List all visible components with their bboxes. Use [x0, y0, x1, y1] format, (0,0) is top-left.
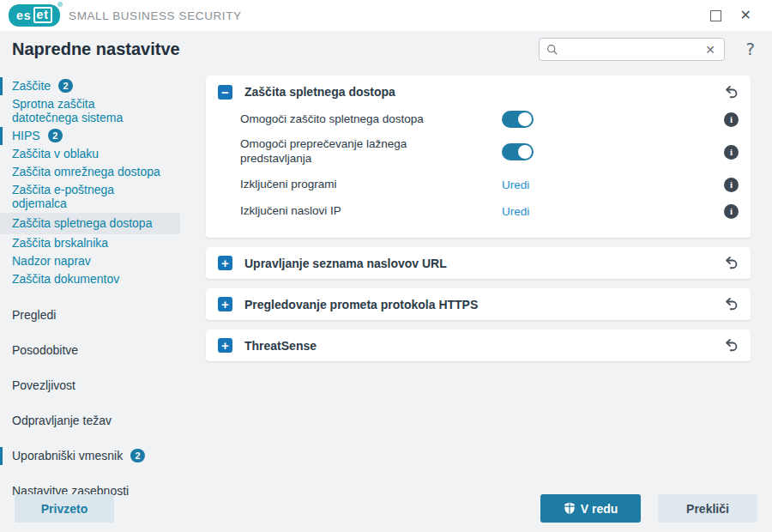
section-zascita-spletnega-dostopa: − Zaščita spletnega dostopa Omogoči zašč… — [206, 76, 751, 238]
help-icon[interactable]: ? — [745, 39, 755, 59]
expand-icon[interactable]: + — [218, 338, 232, 353]
cancel-button-label: Prekliči — [686, 502, 729, 516]
sidebar-item-label: Odpravljanje težav — [12, 414, 112, 427]
edit-link[interactable]: Uredi — [502, 178, 529, 191]
sidebar-item-zascite[interactable]: Zaščite2 — [0, 77, 197, 95]
sidebar-item-label: Zaščita spletnega dostopa — [12, 216, 152, 230]
search-box[interactable]: ✕ — [539, 38, 725, 61]
sidebar: Zaščite2 Sprotna zaščita datotečnega sis… — [0, 77, 197, 500]
sidebar-item-label: Pregledi — [12, 308, 56, 322]
revert-icon[interactable] — [723, 84, 739, 100]
sidebar-item-label: Zaščita omrežnega dostopa — [12, 165, 160, 178]
section-header: + Pregledovanje prometa protokola HTTPS — [206, 288, 751, 320]
section-body: Omogoči zaščito spletnega dostopa Omogoč… — [206, 108, 751, 238]
revert-icon[interactable] — [723, 297, 739, 312]
eset-logo: eset — [9, 4, 60, 27]
sidebar-item-label: Zaščita dokumentov — [12, 272, 119, 286]
attention-badge: 2 — [58, 79, 73, 93]
setting-row-izkljuceni-programi: Izključeni programi Uredi — [240, 173, 739, 196]
info-icon[interactable] — [724, 112, 739, 127]
sidebar-item-povezljivost[interactable]: Povezljivost — [0, 377, 197, 395]
ok-button-label: V redu — [581, 502, 618, 516]
sidebar-item-nadzor-naprav[interactable]: Nadzor naprav — [0, 252, 197, 270]
info-icon[interactable] — [724, 178, 739, 192]
sidebar-item-label: Zaščita e-poštnega odjemalca — [12, 183, 114, 210]
ok-button[interactable]: V redu — [540, 494, 641, 523]
eset-logo-boxed-text: et — [33, 7, 52, 23]
sidebar-item-label: Zaščite — [12, 79, 51, 93]
section-header: + Upravljanje seznama naslovov URL — [206, 247, 751, 279]
toggle-on[interactable] — [502, 111, 534, 128]
setting-label: Izključeni naslovi IP — [240, 204, 502, 219]
setting-row-izkljuceni-naslovi-ip: Izključeni naslovi IP Uredi — [240, 200, 739, 222]
expand-icon[interactable]: + — [218, 297, 232, 311]
uac-shield-icon — [564, 502, 576, 515]
setting-row-preprecevanje-laznega: Omogoči preprečevanje lažnega predstavlj… — [240, 135, 739, 169]
close-icon[interactable]: ✕ — [740, 9, 751, 22]
sidebar-item-label: HIPS — [12, 129, 40, 142]
sidebar-item-label: Zaščita v oblaku — [12, 147, 99, 160]
revert-icon[interactable] — [723, 338, 739, 354]
attention-badge: 2 — [130, 449, 145, 462]
section-title: Pregledovanje prometa protokola HTTPS — [244, 298, 478, 311]
setting-label: Omogoči preprečevanje lažnega predstavlj… — [240, 137, 502, 166]
sidebar-item-label: Zaščita brskalnika — [12, 236, 108, 250]
sidebar-item-label: Povezljivost — [12, 378, 75, 392]
default-button[interactable]: Privzeto — [15, 494, 114, 523]
sidebar-item-sprotna-zascita[interactable]: Sprotna zaščita datotečnega sistema — [0, 95, 197, 127]
cancel-button[interactable]: Prekliči — [658, 494, 757, 523]
sidebar-item-zascita-dokumentov[interactable]: Zaščita dokumentov — [0, 270, 197, 288]
toggle-knob — [518, 112, 532, 126]
sidebar-item-zascita-epostnega-odjemalca[interactable]: Zaščita e-poštnega odjemalca — [0, 181, 197, 213]
maximize-icon[interactable] — [710, 10, 721, 21]
info-icon[interactable] — [724, 145, 739, 160]
section-title: ThreatSense — [244, 339, 317, 353]
search-icon — [546, 44, 558, 56]
sidebar-item-label: Sprotna zaščita datotečnega sistema — [12, 97, 123, 124]
sidebar-item-label: Posodobitve — [12, 343, 78, 357]
section-title: Zaščita spletnega dostopa — [244, 85, 395, 99]
expand-icon[interactable]: + — [218, 256, 232, 270]
page-title: Napredne nastavitve — [12, 39, 180, 59]
setting-row-omogoci-zascito: Omogoči zaščito spletnega dostopa — [240, 108, 739, 130]
sidebar-item-zascita-spletnega-dostopa[interactable]: Zaščita spletnega dostopa — [0, 213, 180, 234]
toggle-on[interactable] — [502, 143, 534, 160]
toggle-knob — [518, 145, 532, 159]
search-clear-icon[interactable]: ✕ — [703, 43, 717, 57]
sidebar-item-zascita-v-oblaku[interactable]: Zaščita v oblaku — [0, 145, 197, 163]
section-title: Upravljanje seznama naslovov URL — [244, 257, 447, 270]
sidebar-item-odpravljanje-tezav[interactable]: Odpravljanje težav — [0, 412, 197, 430]
product-name: SMALL BUSINESS SECURITY — [69, 9, 242, 22]
sidebar-item-label: Nadzor naprav — [12, 254, 91, 268]
settings-content: − Zaščita spletnega dostopa Omogoči zašč… — [206, 76, 751, 371]
setting-label: Omogoči zaščito spletnega dostopa — [240, 112, 502, 127]
sidebar-item-label: Uporabniški vmesnik — [12, 449, 123, 462]
section-header: − Zaščita spletnega dostopa — [206, 76, 751, 108]
sidebar-item-zascita-omreznega-dostopa[interactable]: Zaščita omrežnega dostopa — [0, 163, 197, 181]
section-upravljanje-url: + Upravljanje seznama naslovov URL — [206, 247, 751, 279]
window-controls: ✕ — [710, 9, 772, 22]
registered-mark-dot — [57, 2, 63, 7]
setting-label: Izključeni programi — [240, 178, 502, 192]
sidebar-item-posodobitve[interactable]: Posodobitve — [0, 342, 197, 360]
app-window: eset SMALL BUSINESS SECURITY ✕ Napredne … — [0, 0, 772, 532]
section-pregledovanje-https: + Pregledovanje prometa protokola HTTPS — [206, 288, 751, 320]
sidebar-item-uporabniski-vmesnik[interactable]: Uporabniški vmesnik2 — [0, 447, 197, 465]
default-button-label: Privzeto — [41, 502, 87, 516]
collapse-icon[interactable]: − — [218, 85, 232, 100]
eset-logo-text: es — [16, 9, 32, 21]
edit-link[interactable]: Uredi — [502, 205, 529, 218]
section-threatsense: + ThreatSense — [206, 329, 751, 361]
sidebar-item-hips[interactable]: HIPS2 — [0, 127, 197, 145]
sidebar-item-pregledi[interactable]: Pregledi — [0, 306, 197, 324]
titlebar: eset SMALL BUSINESS SECURITY ✕ — [0, 0, 772, 31]
revert-icon[interactable] — [723, 256, 739, 271]
info-icon[interactable] — [724, 204, 739, 219]
search-input[interactable] — [564, 43, 703, 56]
section-header: + ThreatSense — [206, 329, 751, 361]
sidebar-item-zascita-brskalnika[interactable]: Zaščita brskalnika — [0, 234, 197, 252]
attention-badge: 2 — [48, 129, 63, 142]
